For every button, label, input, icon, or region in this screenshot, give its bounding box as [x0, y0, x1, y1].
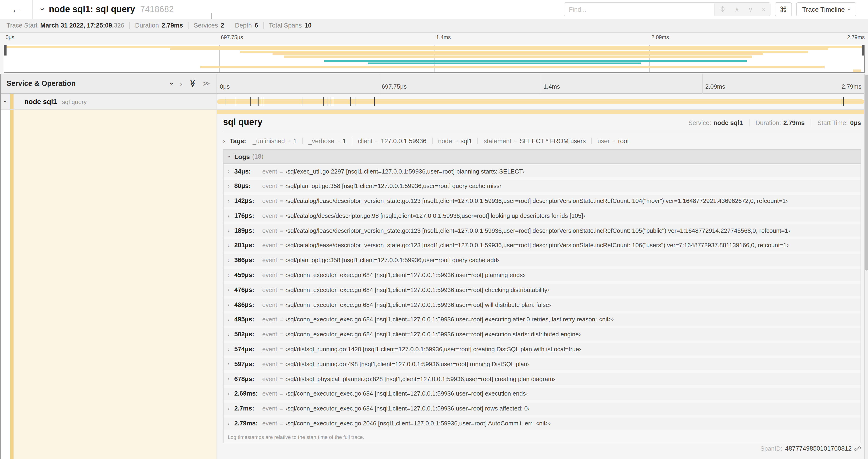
next-result-icon[interactable]: ∨: [748, 6, 753, 12]
log-row[interactable]: ›2.7ms:event=‹sql/conn_executor_exec.go:…: [223, 402, 861, 415]
log-field-key: event: [262, 375, 277, 382]
detail-operation-title: sql query: [223, 117, 262, 127]
minimap-canvas[interactable]: [4, 45, 865, 73]
match-focus-icon[interactable]: [720, 6, 726, 13]
row-collapse-chevron-icon[interactable]: ›: [2, 101, 9, 103]
chevron-right-icon[interactable]: ›: [228, 405, 229, 412]
keyboard-shortcuts-button[interactable]: ⌘: [775, 2, 792, 16]
log-row[interactable]: ›2.79ms:event=‹sql/conn_executor_exec.go…: [223, 417, 861, 429]
log-field-key: event: [262, 301, 277, 308]
log-row[interactable]: ›142μs:event=‹sql/catalog/lease/descript…: [223, 195, 861, 207]
chevron-right-icon[interactable]: ›: [228, 316, 229, 323]
log-field-value: ‹sql/conn_executor_exec.go:684 [nsql1,cl…: [285, 405, 530, 412]
equals-sign: =: [280, 361, 283, 368]
chevron-right-icon[interactable]: ›: [228, 183, 229, 189]
tag-divider: [432, 138, 433, 144]
collapse-trace-chevron-icon[interactable]: ›: [38, 8, 47, 10]
chevron-right-icon[interactable]: ›: [228, 331, 229, 338]
log-row[interactable]: ›2.69ms:event=‹sql/conn_executor_exec.go…: [223, 388, 861, 400]
chevron-right-icon[interactable]: ›: [228, 301, 229, 308]
prev-result-icon[interactable]: ∧: [735, 6, 739, 12]
log-tick-mark: [323, 97, 324, 106]
log-tick-mark: [374, 97, 375, 106]
collapse-all-icon[interactable]: ≫: [188, 80, 197, 87]
span-duration-bar[interactable]: [217, 99, 864, 104]
log-row[interactable]: ›459μs:event=‹sql/conn_executor_exec.go:…: [223, 269, 861, 281]
log-field-key: event: [262, 361, 277, 368]
detail-stat-value: 2.79ms: [783, 120, 805, 126]
span-row[interactable]: › node sql1 sql query: [0, 94, 868, 110]
logs-header[interactable]: › Logs (18): [223, 150, 861, 164]
scrollbar-thumb[interactable]: [865, 75, 868, 270]
log-timestamp: 201μs:: [234, 242, 260, 249]
timeline-minimap: 0μs697.75μs1.4ms2.09ms2.79ms: [0, 33, 868, 74]
equals-sign: =: [280, 390, 283, 397]
log-row[interactable]: ›201μs:event=‹sql/catalog/lease/descript…: [223, 239, 861, 252]
trace-stat-value: March 31 2022, 17:25:09: [40, 22, 112, 29]
trace-view-selector[interactable]: Trace Timeline ›: [796, 2, 856, 16]
log-field-key: event: [262, 197, 277, 204]
tag-value: 127.0.0.1:59936: [381, 137, 426, 144]
chevron-right-icon[interactable]: ›: [228, 212, 229, 219]
log-row[interactable]: ›574μs:event=‹sql/distsql_running.go:142…: [223, 343, 861, 355]
minimap-left-handle[interactable]: [4, 45, 6, 56]
chevron-right-icon[interactable]: ›: [228, 390, 229, 397]
chevron-right-icon[interactable]: ›: [228, 242, 229, 249]
log-field-value: ‹sql/distsql_physical_planner.go:828 [ns…: [285, 375, 555, 382]
log-field-key: event: [262, 183, 277, 190]
log-row[interactable]: ›476μs:event=‹sql/conn_executor_exec.go:…: [223, 284, 861, 296]
log-field-value: ‹sql/catalog/lease/descriptor_version_st…: [285, 227, 790, 234]
chevron-right-icon[interactable]: ›: [228, 346, 229, 352]
log-row[interactable]: ›34μs:event=‹sql/exec_util.go:2297 [nsql…: [223, 165, 861, 177]
collapse-controls: › › ≫ ≫: [171, 79, 210, 88]
find-box: ∧ ∨ ×: [564, 2, 771, 16]
tag-value: root: [618, 137, 629, 144]
equals-sign: =: [280, 331, 283, 338]
log-row[interactable]: ›80μs:event=‹sql/plan_opt.go:358 [nsql1,…: [223, 180, 861, 192]
span-name-cell[interactable]: › node sql1 sql query: [0, 94, 217, 109]
trace-stat-label: Total Spans: [269, 22, 302, 29]
expand-one-icon[interactable]: ›: [180, 79, 182, 88]
log-field-value: ‹sql/catalog/lease/descriptor_version_st…: [285, 197, 788, 204]
log-tick-mark: [841, 97, 842, 106]
chevron-right-icon[interactable]: ›: [228, 227, 229, 234]
log-field-key: event: [262, 316, 277, 323]
equals-sign: =: [280, 168, 283, 175]
column-resize-grip[interactable]: [211, 13, 214, 19]
equals-sign: =: [287, 137, 291, 144]
log-timestamp: 34μs:: [234, 168, 260, 175]
ruler-tick-label: 2.09ms: [705, 83, 725, 90]
log-row[interactable]: ›486μs:event=‹sql/conn_executor_exec.go:…: [223, 299, 861, 311]
log-row[interactable]: ›502μs:event=‹sql/conn_executor_exec.go:…: [223, 328, 861, 340]
chevron-right-icon[interactable]: ›: [228, 198, 229, 204]
chevron-right-icon[interactable]: ›: [228, 257, 229, 264]
chevron-right-icon[interactable]: ›: [228, 361, 229, 367]
deep-link-icon[interactable]: [855, 445, 861, 452]
collapse-one-icon[interactable]: ›: [168, 82, 176, 85]
chevron-right-icon[interactable]: ›: [228, 420, 229, 427]
vertical-scrollbar[interactable]: [864, 74, 868, 459]
expand-all-icon[interactable]: ≫: [203, 79, 210, 88]
log-row[interactable]: ›189μs:event=‹sql/catalog/lease/descript…: [223, 224, 861, 236]
find-input[interactable]: [564, 3, 714, 16]
equals-sign: =: [280, 375, 283, 382]
log-row[interactable]: ›597μs:event=‹sql/distsql_running.go:498…: [223, 358, 861, 370]
log-field-key: event: [262, 286, 277, 293]
log-row[interactable]: ›678μs:event=‹sql/distsql_physical_plann…: [223, 373, 861, 385]
log-rows: ›34μs:event=‹sql/exec_util.go:2297 [nsql…: [223, 164, 861, 429]
back-button[interactable]: ←: [0, 0, 33, 19]
chevron-right-icon[interactable]: ›: [228, 272, 229, 278]
log-row[interactable]: ›495μs:event=‹sql/conn_executor_exec.go:…: [223, 314, 861, 326]
log-field-value: ‹sql/conn_executor_exec.go:684 [nsql1,cl…: [285, 316, 614, 323]
chevron-right-icon[interactable]: ›: [228, 168, 229, 174]
tags-accordion[interactable]: ›Tags:_unfinished=1_verbose=1client=127.…: [223, 136, 629, 146]
chevron-right-icon[interactable]: ›: [228, 287, 229, 293]
log-row[interactable]: ›176μs:event=‹sql/catalog/descs/descript…: [223, 210, 861, 222]
clear-search-icon[interactable]: ×: [762, 6, 765, 12]
log-timestamp: 574μs:: [234, 346, 260, 353]
log-row[interactable]: ›366μs:event=‹sql/plan_opt.go:358 [nsql1…: [223, 254, 861, 266]
log-timestamp: 2.69ms:: [234, 390, 260, 397]
minimap-right-handle[interactable]: [862, 45, 864, 56]
chevron-right-icon[interactable]: ›: [228, 375, 229, 382]
stat-divider: [749, 120, 749, 126]
